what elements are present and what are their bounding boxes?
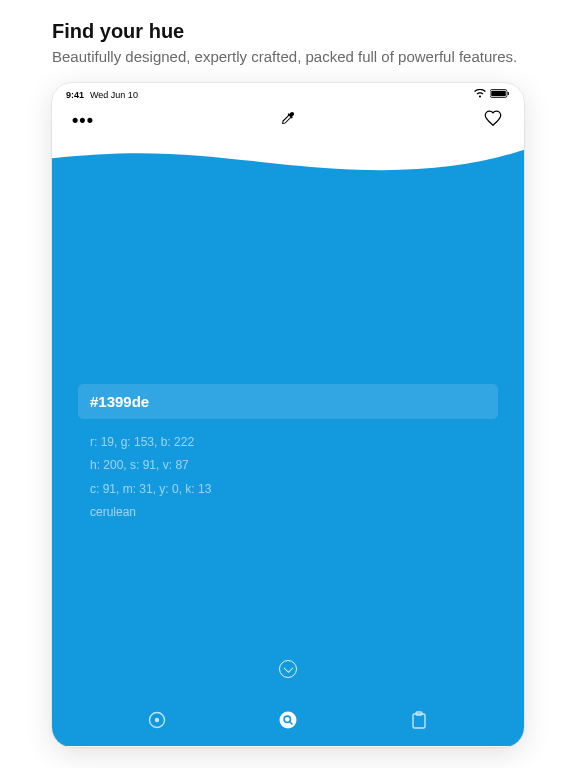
tab-bar [52,702,524,746]
hsv-value: h: 200, s: 91, v: 87 [78,454,498,477]
battery-icon [490,89,510,100]
hex-value[interactable]: #1399de [78,384,498,419]
more-button[interactable]: ••• [72,111,94,129]
status-date: Wed Jun 10 [90,90,138,100]
svg-rect-1 [491,91,506,97]
rgb-value: r: 19, g: 153, b: 222 [78,431,498,454]
heart-icon[interactable] [484,110,502,130]
page-subtitle: Beautifully designed, expertly crafted, … [52,47,524,67]
svg-point-5 [279,712,296,729]
page-title: Find your hue [52,20,524,43]
device-screenshot: 9:41 Wed Jun 10 ••• [52,83,524,747]
svg-rect-2 [508,92,509,95]
color-swatch-area: #1399de r: 19, g: 153, b: 222 h: 200, s:… [52,144,524,746]
color-info: #1399de r: 19, g: 153, b: 222 h: 200, s:… [78,384,498,524]
svg-rect-8 [413,714,425,728]
marketing-header: Find your hue Beautifully designed, expe… [0,0,576,79]
tab-clipboard-icon[interactable] [409,710,429,730]
eyedropper-icon[interactable] [280,110,296,130]
tab-focus-icon[interactable] [147,710,167,730]
wave-divider [52,143,524,177]
status-bar: 9:41 Wed Jun 10 [52,83,524,102]
cmyk-value: c: 91, m: 31, y: 0, k: 13 [78,478,498,501]
wifi-icon [474,89,486,100]
color-name: cerulean [78,501,498,524]
svg-point-4 [156,719,159,722]
expand-button[interactable] [279,660,297,678]
toolbar: ••• [52,102,524,144]
tab-search-icon[interactable] [278,710,298,730]
status-time: 9:41 [66,90,84,100]
